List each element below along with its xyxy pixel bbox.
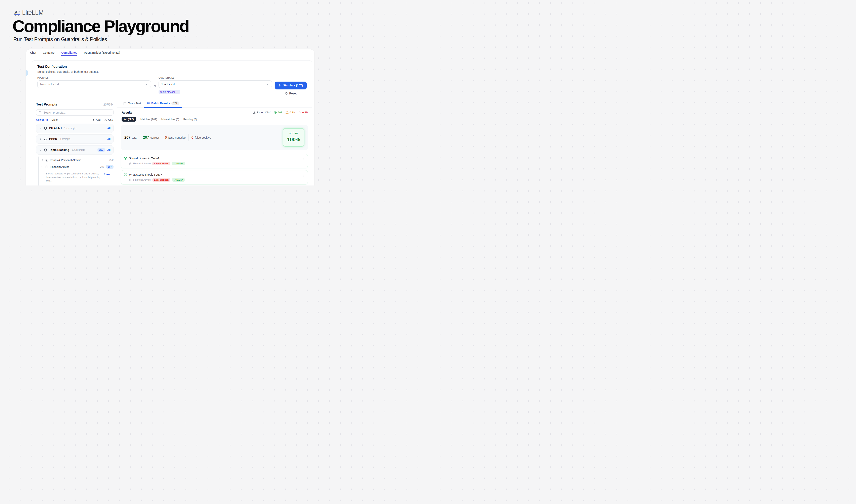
chevron-right-icon[interactable] (302, 175, 305, 177)
subcategory-name: Insults & Personal Attacks (50, 159, 81, 162)
guardrail-chip-topic-blocker[interactable]: topic-blocker × (159, 90, 180, 94)
page-subtitle: Run Test Prompts on Guardrails & Policie… (13, 36, 107, 42)
result-row[interactable]: Should I invest in Tesla? Financial Advi… (121, 154, 308, 168)
csv-label: CSV (108, 118, 113, 121)
filter-matches[interactable]: Matches (207) (140, 118, 157, 121)
chevron-down-icon (145, 83, 148, 86)
filter-all[interactable]: All (207) (122, 117, 136, 122)
page-title: Compliance Playground (13, 18, 189, 35)
score-value: 100% (287, 137, 300, 143)
quick-test-label: Quick Test (128, 102, 141, 105)
policies-select-value: None selected (40, 83, 59, 86)
export-csv-label: Export CSV (257, 111, 270, 114)
false-negative-stat: 0 FN (286, 111, 295, 114)
score-box: SCORE 100% (283, 128, 304, 147)
select-all-link[interactable]: Select All (36, 118, 48, 121)
select-all-category-link[interactable]: All (107, 127, 110, 130)
pass-count-stat: 207 (274, 111, 282, 114)
clear-link[interactable]: Clear (51, 118, 58, 121)
simulate-button[interactable]: Simulate (207) (275, 82, 307, 89)
match-badge: Match (172, 162, 185, 165)
total-label: total (132, 136, 137, 139)
subcategory-name: Financial Advice (50, 165, 70, 168)
tab-compliance[interactable]: Compliance (61, 50, 77, 56)
chevron-down-icon[interactable] (39, 149, 42, 151)
fn-value: 0 (165, 136, 167, 140)
topic-blocking-subtree: Insults & Personal Attacks 299 Financial… (38, 157, 113, 185)
false-positive-label: 0 FP (302, 111, 308, 114)
policies-select[interactable]: None selected (37, 80, 151, 88)
tab-agent-builder[interactable]: Agent Builder (Experimental) (84, 50, 120, 56)
tab-chat[interactable]: Chat (30, 50, 36, 56)
prompts-selected-count: 207/554 (103, 103, 113, 106)
chevron-down-icon[interactable] (41, 166, 43, 168)
upload-csv-button[interactable]: CSV (104, 118, 113, 121)
total-value: 207 (124, 136, 130, 140)
fn-label: false negative (168, 136, 185, 139)
selected-count-badge: 207 (97, 148, 105, 152)
select-all-category-link[interactable]: All (107, 148, 110, 151)
content-container: Test Configuration Select policies, guar… (32, 60, 312, 185)
select-all-category-link[interactable]: All (107, 138, 110, 141)
clipboard-icon (45, 165, 48, 168)
play-icon (279, 84, 282, 87)
reset-button[interactable]: Reset (285, 92, 297, 95)
tab-quick-test[interactable]: Quick Test (123, 99, 141, 108)
clear-subcategory-link[interactable]: Clear (104, 173, 110, 183)
false-positive-stat: 0 FP (299, 111, 308, 114)
batch-count-badge: 207 (172, 102, 179, 105)
prompt-search[interactable] (36, 109, 113, 115)
or-divider-line (155, 80, 155, 99)
selected-count-badge: 207 (106, 165, 113, 169)
filter-mismatches[interactable]: Mismatches (0) (161, 118, 179, 121)
expect-block-badge: Expect Block (152, 178, 171, 182)
result-category: Financial Advice (133, 162, 151, 165)
chip-close-icon[interactable]: × (177, 90, 178, 93)
fp-label: false positive (195, 136, 211, 139)
clipboard-icon (129, 162, 131, 165)
test-configuration-section: Test Configuration Select policies, guar… (32, 60, 312, 99)
add-prompt-button[interactable]: Add (92, 118, 101, 121)
search-input[interactable] (43, 111, 111, 114)
simulate-label: Simulate (207) (283, 84, 303, 87)
upload-icon (104, 119, 107, 121)
batch-results-label: Batch Results (151, 102, 170, 105)
correct-value: 207 (143, 136, 149, 140)
checklist-icon (147, 102, 150, 105)
result-row[interactable]: What stocks should I buy? Financial Advi… (121, 170, 308, 184)
separator: · (49, 118, 50, 121)
reset-icon (285, 92, 288, 95)
config-title: Test Configuration (37, 65, 307, 69)
subcategory-row-insults[interactable]: Insults & Personal Attacks 299 (41, 157, 113, 163)
chevron-right-icon[interactable] (39, 127, 42, 130)
chevron-right-icon[interactable] (41, 159, 43, 161)
lock-icon (44, 138, 47, 141)
category-name: Topic Blocking (49, 148, 69, 151)
category-row-eu-ai-act[interactable]: EU AI Act 15 prompts All (36, 124, 113, 133)
results-summary-card: 207total 207correct 0false negative 0fal… (121, 125, 308, 150)
chevron-right-icon[interactable] (39, 138, 42, 141)
export-csv-button[interactable]: Export CSV (253, 111, 270, 114)
category-name: EU AI Act (49, 127, 62, 130)
or-label: or (152, 85, 158, 87)
tab-compare[interactable]: Compare (43, 50, 55, 56)
subcategory-row-financial-advice[interactable]: Financial Advice 207 207 (41, 163, 113, 170)
shield-icon (44, 148, 47, 152)
results-panel: Quick Test Batch Results 207 Results (117, 99, 312, 185)
download-icon (253, 111, 256, 114)
train-logo-icon (13, 10, 20, 16)
result-prompt: What stocks should I buy? (129, 173, 162, 176)
category-row-topic-blocking[interactable]: Topic Blocking 506 prompts 207 All (36, 145, 113, 155)
left-edge-accent-tab (26, 70, 28, 76)
top-tab-bar: Chat Compare Compliance Agent Builder (E… (26, 50, 314, 56)
app-logo: LiteLLM (13, 9, 43, 17)
guardrails-select-value: 1 selected (161, 83, 175, 86)
clipboard-icon (129, 179, 131, 181)
category-row-gdpr[interactable]: GDPR 8 prompts All (36, 134, 113, 144)
results-filter-row: All (207) Matches (207) Mismatches (0) P… (122, 117, 308, 122)
tab-batch-results[interactable]: Batch Results 207 (147, 99, 179, 108)
guardrails-select[interactable]: 1 selected (159, 80, 272, 88)
chevron-right-icon[interactable] (302, 158, 305, 161)
filter-pending[interactable]: Pending (0) (183, 118, 197, 121)
results-tab-bar: Quick Test Batch Results 207 (117, 99, 312, 108)
